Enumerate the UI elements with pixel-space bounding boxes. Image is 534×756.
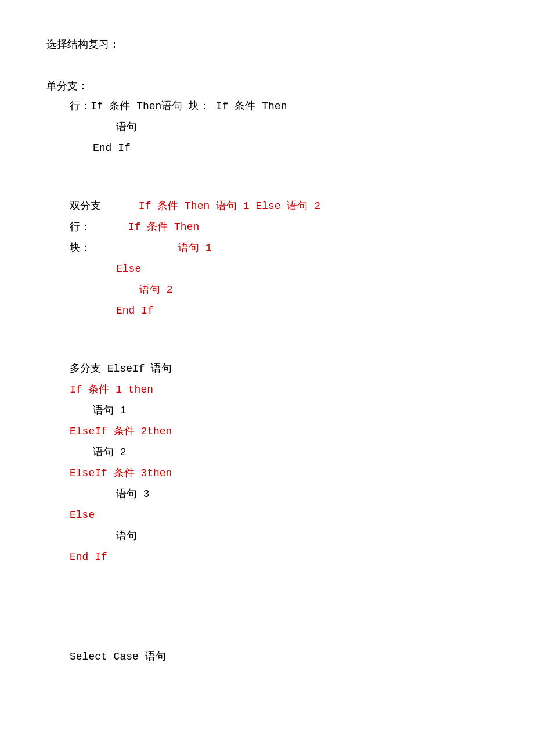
multi-branch-stmt2: 语句 2 [93,442,488,463]
double-branch-endif: End If [116,300,488,321]
multi-branch-stmt1: 语句 1 [93,400,488,421]
double-branch-block: 块： 语句 1 [70,237,488,258]
multi-branch-elseif1: ElseIf 条件 2then [70,421,488,442]
single-branch-line1: 行：If 条件 Then语句 块： If 条件 Then [70,96,488,117]
single-branch-section: 单分支： 行：If 条件 Then语句 块： If 条件 Then 语句 End… [46,77,488,158]
double-branch-code: 双分支 If 条件 Then 语句 1 Else 语句 2 行： If 条件 T… [70,196,488,321]
double-branch-section: 双分支 If 条件 Then 语句 1 Else 语句 2 行： If 条件 T… [46,196,488,321]
select-case-code: Select Case 语句 [70,646,488,667]
single-branch-line2: 语句 [116,117,488,138]
page-title: 选择结构复习： [46,35,488,53]
multi-branch-code: 多分支 ElseIf 语句 If 条件 1 then 语句 1 ElseIf 条… [70,358,488,567]
single-branch-code: 行：If 条件 Then语句 块： If 条件 Then 语句 End If [70,96,488,159]
double-branch-stmt2: 语句 2 [139,279,488,300]
multi-branch-stmtn: 语句 [116,525,488,546]
multi-branch-else: Else [70,505,488,525]
select-case-section: Select Case 语句 [46,646,488,667]
multi-branch-if: If 条件 1 then [70,379,488,400]
double-branch-else: Else [116,258,488,279]
multi-branch-elseif2: ElseIf 条件 3then [70,463,488,484]
select-case-label: Select Case 语句 [70,646,488,667]
multi-branch-label: 多分支 ElseIf 语句 [70,358,488,379]
multi-branch-stmt3: 语句 3 [116,484,488,505]
double-branch-header: 双分支 If 条件 Then 语句 1 Else 语句 2 [70,196,488,217]
single-branch-line3: End If [93,138,488,159]
multi-branch-endif: End If [70,546,488,567]
double-branch-row: 行： If 条件 Then [70,217,488,237]
title-text: 选择结构复习： [46,38,120,50]
single-branch-label: 单分支： [46,77,488,95]
multi-branch-section: 多分支 ElseIf 语句 If 条件 1 then 语句 1 ElseIf 条… [46,358,488,567]
